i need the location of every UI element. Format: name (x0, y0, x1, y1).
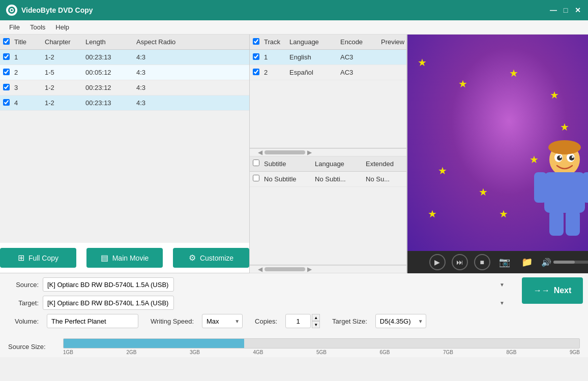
copies-input[interactable] (285, 314, 311, 328)
size-label-1gb: 1GB (63, 350, 73, 355)
copies-up-button[interactable]: ▲ (312, 314, 320, 321)
full-copy-label: Full Copy (28, 254, 58, 262)
play-button[interactable]: ▶ (429, 254, 446, 270)
cell-length: 00:23:12 (83, 84, 134, 91)
volume-row: Volume: Writing Speed: Max Copies: ▲ ▼ (8, 314, 509, 328)
step-forward-button[interactable]: ⏭ (452, 254, 468, 270)
table-row[interactable]: 2 1-5 00:05:12 4:3 (0, 65, 249, 80)
track-row[interactable]: 1 English AC3 (250, 50, 406, 65)
subtitle-extended: No Su... (364, 175, 404, 183)
speed-select-wrapper: Max (202, 314, 243, 328)
subtitle-select-all[interactable] (253, 160, 259, 166)
svg-point-2 (11, 9, 13, 11)
target-label: Target: (8, 299, 39, 307)
main-movie-button[interactable]: ▤ Main Movie (86, 248, 163, 268)
settings-column: Source: [K] Optiarc BD RW BD-5740L 1.5A … (0, 273, 517, 336)
source-select-wrapper: [K] Optiarc BD RW BD-5740L 1.5A (USB) (43, 277, 509, 292)
folder-icon: 📁 (521, 257, 533, 268)
main-movie-icon: ▤ (101, 253, 108, 263)
menu-tools[interactable]: Tools (25, 22, 50, 32)
customize-button[interactable]: ⚙ Customize (173, 248, 249, 268)
writing-speed-label: Writing Speed: (151, 318, 194, 325)
menu-help[interactable]: Help (50, 22, 74, 32)
star-decoration: ★ (428, 208, 437, 220)
track-header-check (250, 38, 262, 46)
subtitle-name: No Subtitle (262, 175, 313, 183)
track-row-checkbox[interactable] (253, 69, 259, 75)
step-forward-icon: ⏭ (456, 258, 463, 266)
subtitle-table-header: Subtitle Language Extended (250, 156, 406, 172)
speed-select[interactable]: Max (202, 314, 243, 328)
cell-title: 2 (12, 69, 43, 76)
copies-down-button[interactable]: ▼ (312, 321, 320, 328)
scrollbar-thumb[interactable] (264, 150, 305, 154)
minimize-button[interactable]: — (549, 6, 557, 14)
size-label-5gb: 5GB (316, 350, 327, 355)
subtitle-scrollbar-thumb[interactable] (264, 267, 305, 271)
source-size-label: Source Size: (8, 343, 59, 351)
full-copy-icon: ⊞ (18, 253, 24, 263)
table-row[interactable]: 1 1-2 00:23:13 4:3 (0, 50, 249, 65)
subtitle-row-checkbox[interactable] (253, 175, 259, 181)
volume-control: 🔊 (541, 258, 588, 267)
table-row[interactable]: 4 1-2 00:23:13 4:3 (0, 96, 249, 111)
select-all-checkbox[interactable] (3, 38, 10, 45)
star-decoration: ★ (438, 165, 447, 177)
subtitle-row[interactable]: No Subtitle No Subti... No Su... (250, 172, 406, 187)
settings-area: Source: [K] Optiarc BD RW BD-5740L 1.5A … (0, 273, 517, 336)
right-section: Track Language Encode Preview 1 English … (250, 35, 588, 273)
track-language: Español (287, 69, 338, 76)
subtitle-scrollbar[interactable]: ◀ ▶ (250, 265, 406, 273)
maximize-button[interactable]: □ (562, 6, 570, 14)
title-bar: VideoByte DVD Copy — □ ✕ (0, 0, 588, 20)
cell-chapter: 1-5 (43, 69, 83, 76)
track-select-all[interactable] (253, 38, 259, 45)
cell-chapter: 1-2 (43, 53, 83, 61)
row-checkbox[interactable] (3, 69, 10, 75)
camera-icon: 📷 (499, 257, 510, 268)
volume-slider[interactable] (553, 261, 588, 264)
target-row: Target: [K] Optiarc BD RW BD-5740L 1.5A … (8, 296, 509, 310)
track-encode: AC3 (338, 53, 379, 61)
track-num: 1 (262, 53, 287, 61)
cell-aspect: 4:3 (134, 99, 195, 107)
row-checkbox[interactable] (3, 84, 10, 90)
track-language: English (287, 53, 338, 61)
target-select[interactable]: [K] Optiarc BD RW BD-5740L 1.5A (USB) (43, 296, 174, 310)
track-row[interactable]: 2 Español AC3 (250, 65, 406, 80)
size-bar-labels: 1GB 2GB 3GB 4GB 5GB 6GB 7GB 8GB 9GB (63, 350, 580, 355)
target-size-select[interactable]: D5(4.35G) (375, 314, 426, 328)
track-scrollbar[interactable]: ◀ ▶ (250, 148, 406, 156)
close-button[interactable]: ✕ (574, 6, 582, 14)
volume-input[interactable] (47, 314, 138, 328)
track-row-checkbox[interactable] (253, 53, 259, 60)
volume-label: Volume: (8, 318, 39, 325)
target-size-wrapper: D5(4.35G) (375, 314, 426, 328)
track-header-encode: Encode (338, 38, 379, 46)
cell-aspect: 4:3 (134, 69, 195, 76)
menu-file[interactable]: File (4, 22, 25, 32)
svg-rect-4 (544, 172, 585, 213)
row-checkbox[interactable] (3, 99, 10, 106)
copies-spinner: ▲ ▼ (312, 314, 320, 328)
main-movie-label: Main Movie (112, 254, 149, 262)
track-subtitle-pane: Track Language Encode Preview 1 English … (250, 35, 407, 273)
source-select[interactable]: [K] Optiarc BD RW BD-5740L 1.5A (USB) (43, 277, 174, 292)
star-decoration: ★ (550, 89, 559, 101)
row-checkbox[interactable] (3, 53, 10, 60)
video-background: ★ ★ ★ ★ ★ ★ ★ ★ ★ ★ ★ ★ (407, 35, 588, 251)
stop-button[interactable]: ■ (474, 254, 490, 270)
header-aspect: Aspect Radio (134, 38, 195, 46)
next-label: Next (554, 286, 572, 295)
window-controls: — □ ✕ (549, 6, 582, 14)
app-title: VideoByte DVD Copy (21, 6, 549, 14)
size-label-6gb: 6GB (379, 350, 390, 355)
screenshot-button[interactable]: 📷 (496, 254, 513, 270)
next-button[interactable]: →→ Next (522, 277, 583, 304)
cell-aspect: 4:3 (134, 53, 195, 61)
size-label-4gb: 4GB (253, 350, 263, 355)
full-copy-button[interactable]: ⊞ Full Copy (0, 248, 76, 268)
folder-button[interactable]: 📁 (519, 254, 535, 270)
table-row[interactable]: 3 1-2 00:23:12 4:3 (0, 80, 249, 96)
subtitle-pane: Subtitle Language Extended No Subtitle N… (250, 156, 406, 265)
